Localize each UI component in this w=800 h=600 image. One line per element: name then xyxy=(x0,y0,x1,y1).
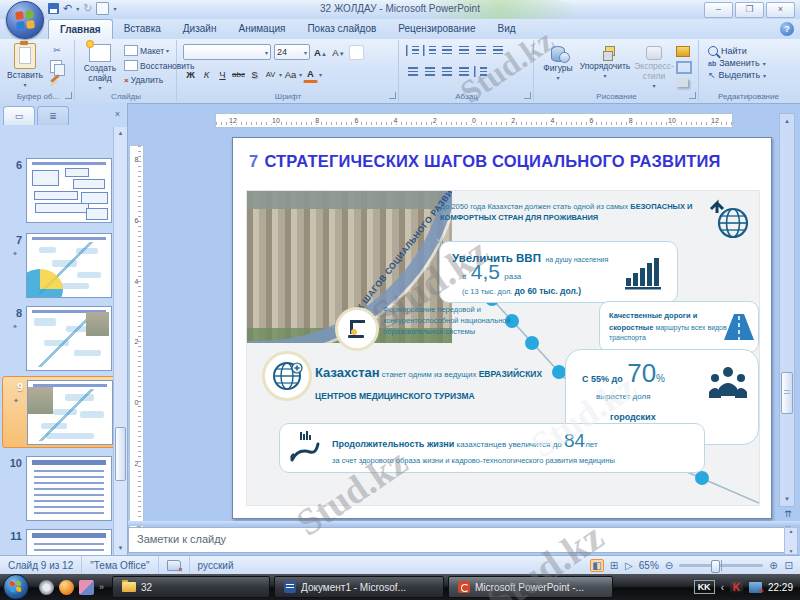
tray-language-indicator[interactable]: KK xyxy=(694,580,715,594)
pane-scrollbar[interactable]: ▲ ▼ xyxy=(113,127,127,555)
tray-expand-icon[interactable]: ‹ xyxy=(721,582,724,593)
tab-slideshow[interactable]: Показ слайдов xyxy=(296,19,387,39)
zoom-level[interactable]: 65% xyxy=(639,560,659,571)
tab-insert[interactable]: Вставка xyxy=(113,19,172,39)
drawing-dialog-launcher[interactable] xyxy=(689,92,696,99)
zoom-slider-thumb[interactable] xyxy=(711,560,720,573)
bullets-icon[interactable] xyxy=(406,45,419,56)
tab-design[interactable]: Дизайн xyxy=(172,19,228,39)
taskbar-word-button[interactable]: Документ1 - Microsof... xyxy=(274,576,444,598)
notes-scroll-up-icon[interactable]: ▲ xyxy=(785,528,797,534)
restore-button[interactable]: ❐ xyxy=(735,2,764,18)
quick-launch-expand-icon[interactable]: » xyxy=(99,582,104,592)
undo-icon[interactable]: ↶ xyxy=(63,2,72,15)
taskbar-clock[interactable]: 22:29 xyxy=(768,582,793,593)
antivirus-tray-icon[interactable]: K xyxy=(730,581,743,594)
clear-formatting-button[interactable] xyxy=(349,45,364,60)
shape-fill-icon[interactable] xyxy=(676,46,690,57)
notes-pane[interactable]: Заметки к слайду xyxy=(128,527,786,553)
shapes-button[interactable]: Фигуры ▾ xyxy=(539,46,577,81)
tab-home[interactable]: Главная xyxy=(48,19,113,39)
decrease-indent-icon[interactable] xyxy=(440,45,453,56)
redo-icon[interactable]: ↻ xyxy=(83,2,92,15)
main-scrollbar[interactable]: ▲ ▼ xyxy=(779,113,795,507)
close-button[interactable]: × xyxy=(766,2,795,18)
spacing-dropdown-icon[interactable]: ▾ xyxy=(279,71,282,78)
justify-icon[interactable] xyxy=(457,66,470,77)
strikethrough-button[interactable]: abc xyxy=(231,67,246,82)
grow-font-button[interactable]: A▲ xyxy=(313,45,328,60)
notes-splitter[interactable] xyxy=(128,521,800,526)
tab-review[interactable]: Рецензирование xyxy=(387,19,486,39)
zoom-out-button[interactable]: ⊖ xyxy=(664,560,674,571)
shape-effects-icon[interactable] xyxy=(676,78,688,87)
infographic[interactable]: СКИХ ШАГОВ СОЦИАЛЬНОГО РАЗВИТИЯ До 2050 … xyxy=(246,190,760,506)
qat-more-icon[interactable]: ▾ xyxy=(113,5,116,12)
fit-to-window-button[interactable]: ⊡ xyxy=(784,560,794,571)
minimize-button[interactable]: – xyxy=(704,2,733,18)
scroll-down-icon[interactable]: ▼ xyxy=(780,492,794,506)
replace-button[interactable]: ab Заменить ▾ xyxy=(708,58,766,68)
paragraph-dialog-launcher[interactable] xyxy=(524,92,531,99)
increase-indent-icon[interactable] xyxy=(457,45,470,56)
previous-slide-button[interactable]: ⇈ xyxy=(784,509,792,519)
zoom-slider[interactable] xyxy=(679,564,763,567)
format-painter-icon[interactable] xyxy=(50,74,60,83)
undo-dropdown-icon[interactable]: ▾ xyxy=(76,5,79,12)
pane-scroll-thumb[interactable] xyxy=(115,427,126,481)
copy-icon[interactable] xyxy=(50,60,62,73)
font-size-combo[interactable]: 24 ▾ xyxy=(274,44,310,60)
change-case-button[interactable]: Aa xyxy=(283,67,298,82)
paste-button[interactable]: Вставить ▾ xyxy=(5,43,45,88)
slide-thumbnail-8[interactable]: 8 ✦ xyxy=(2,303,113,373)
clipboard-dialog-launcher[interactable] xyxy=(65,92,72,99)
new-slide-button[interactable]: Создать слайд ▾ xyxy=(78,44,122,91)
columns-icon[interactable] xyxy=(474,66,487,77)
quick-styles-button[interactable]: Экспресс-стили ▾ xyxy=(633,46,675,89)
notes-scrollbar[interactable]: ▲ ▼ xyxy=(784,527,798,555)
slide-thumbnail-11[interactable]: 11 xyxy=(2,526,113,555)
scroll-thumb[interactable] xyxy=(781,372,793,414)
character-spacing-button[interactable]: AV xyxy=(263,67,278,82)
arrange-button[interactable]: Упорядочить ▾ xyxy=(579,46,631,79)
font-color-dropdown-icon[interactable]: ▾ xyxy=(319,71,322,78)
office-button[interactable] xyxy=(6,1,44,39)
font-color-button[interactable]: А xyxy=(303,66,318,83)
shape-outline-icon[interactable] xyxy=(676,61,692,74)
shrink-font-button[interactable]: A▼ xyxy=(331,45,346,60)
save-icon[interactable] xyxy=(48,3,59,14)
align-left-icon[interactable] xyxy=(406,66,419,77)
slideshow-button[interactable]: ▷ xyxy=(624,560,634,571)
slide-thumbnail-10[interactable]: 10 xyxy=(2,453,113,523)
slide-thumbnail-7[interactable]: 7 ✦ xyxy=(2,230,113,300)
align-right-icon[interactable] xyxy=(440,66,453,77)
taskbar-folder-button[interactable]: 32 xyxy=(112,576,270,598)
case-dropdown-icon[interactable]: ▾ xyxy=(299,71,302,78)
font-dialog-launcher[interactable] xyxy=(389,92,396,99)
slide-sorter-button[interactable]: ⊞ xyxy=(609,560,619,571)
tab-animation[interactable]: Анимация xyxy=(227,19,296,39)
slide-title[interactable]: 7СТРАТЕГИЧЕСКИХ ШАГОВ СОЦИАЛЬНОГО РАЗВИТ… xyxy=(249,152,721,171)
start-button[interactable] xyxy=(3,574,29,600)
outline-tab[interactable]: ≣ xyxy=(37,106,69,125)
text-shadow-button[interactable]: S xyxy=(247,67,262,82)
line-spacing-icon[interactable] xyxy=(474,45,487,56)
numbering-icon[interactable] xyxy=(423,45,436,56)
underline-button[interactable]: Ч xyxy=(215,67,230,82)
pane-scroll-up-icon[interactable]: ▲ xyxy=(114,127,127,140)
scroll-up-icon[interactable]: ▲ xyxy=(780,114,794,128)
language-indicator[interactable]: русский xyxy=(190,556,242,575)
bold-button[interactable]: Ж xyxy=(183,67,198,82)
cut-icon[interactable]: ✂ xyxy=(50,44,64,56)
select-button[interactable]: ↖ Выделить ▾ xyxy=(708,70,766,80)
slides-tab[interactable]: ▭ xyxy=(3,106,35,125)
italic-button[interactable]: К xyxy=(199,67,214,82)
slide-thumbnail-6[interactable]: 6 xyxy=(2,155,113,225)
print-preview-icon[interactable] xyxy=(96,2,109,15)
normal-view-button[interactable]: ◧ xyxy=(590,559,603,572)
pane-scroll-down-icon[interactable]: ▼ xyxy=(114,542,127,555)
pane-close-icon[interactable]: × xyxy=(111,106,124,124)
notes-scroll-down-icon[interactable]: ▼ xyxy=(785,548,797,554)
spellcheck-status[interactable]: × xyxy=(159,556,190,575)
show-desktop-icon[interactable] xyxy=(39,580,54,595)
